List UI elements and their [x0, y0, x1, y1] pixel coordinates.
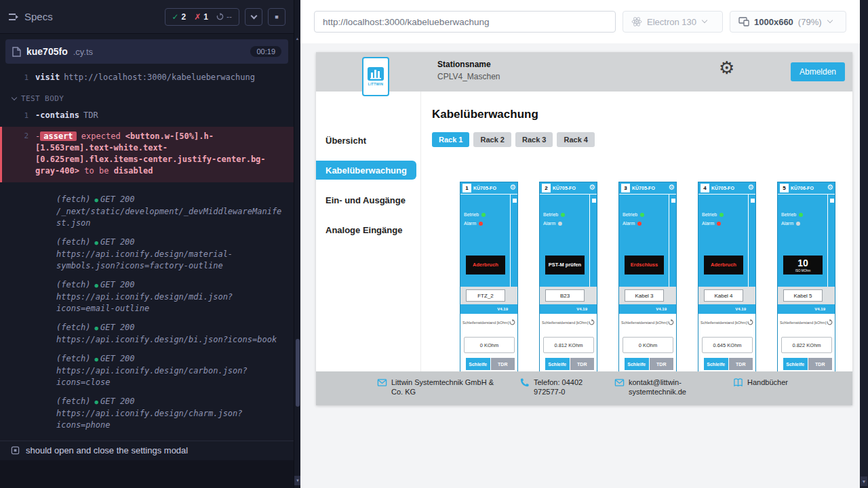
x-icon: ✗ [194, 12, 201, 22]
visit-command-row[interactable]: 1 visithttp://localhost:3000/kabelueberw… [0, 69, 294, 86]
fetch-url: https://api.iconify.design/material-symb… [56, 249, 233, 270]
refresh-icon[interactable] [747, 319, 753, 325]
reporter-scrollbar[interactable]: ▲ ▼ [294, 0, 300, 488]
sidebar-item-label: Ein- und Ausgänge [326, 195, 406, 205]
rack-tab[interactable]: Rack 4 [557, 132, 594, 147]
pending-refresh-icon [216, 13, 224, 20]
browser-selector[interactable]: Electron 130 [623, 11, 723, 33]
firmware-version: V4.19 [576, 307, 587, 311]
refresh-icon[interactable] [509, 319, 515, 325]
rack-tab-label: Rack 3 [522, 136, 546, 144]
card-indicator-chip [830, 199, 834, 203]
status-text: 10 [796, 258, 810, 268]
logo-text: LITTWIN [368, 82, 383, 86]
device-card-header: 2 KÜ705-FO ⚙ [540, 182, 597, 195]
schleife-button[interactable]: Schleife [625, 358, 649, 370]
device-settings-gear-icon[interactable]: ⚙ [747, 184, 754, 191]
assert-state: disabled [114, 166, 153, 176]
next-test-row[interactable]: should open and close the settings modal [0, 441, 294, 460]
fetch-status: GET 200 [100, 323, 135, 332]
cable-name-field[interactable]: FTZ_2 [466, 289, 505, 302]
page-scrollbar[interactable]: ▼ [860, 0, 868, 488]
device-card-header: 5 KÜ706-FO ⚙ [778, 182, 835, 195]
refresh-icon[interactable] [827, 319, 833, 325]
betrieb-status: Betrieb [464, 212, 486, 217]
resistance-label: Schleifenwiderstand [kOhm] [780, 321, 826, 325]
sidebar-item[interactable]: Analoge Eingänge [316, 220, 420, 239]
schleife-button[interactable]: Schleife [466, 358, 490, 370]
command-arg: TDR [83, 110, 98, 120]
device-settings-gear-icon[interactable]: ⚙ [509, 184, 516, 191]
spec-file-name: kue705fo [26, 46, 68, 57]
fetch-log-entry: (fetch)●GET 200 https://api.iconify.desi… [0, 392, 294, 435]
footer-icon [377, 378, 387, 388]
sidebar-item[interactable]: Ein- und Ausgänge [316, 190, 420, 209]
scroll-up-arrow-icon[interactable]: ▲ [294, 37, 300, 41]
tdr-button[interactable]: TDR [729, 358, 753, 370]
resistance-label: Schleifenwiderstand [kOhm] [701, 321, 747, 325]
failed-assert-row[interactable]: 2 -assert expected <button.w-[50%].h-[1.… [0, 127, 294, 182]
refresh-icon[interactable] [589, 319, 595, 325]
url-input[interactable]: http://localhost:3000/kabelueberwachung [314, 11, 616, 33]
schleife-button[interactable]: Schleife [783, 358, 808, 370]
status-display: Aderbruch [466, 256, 505, 274]
footer-icon [733, 378, 743, 388]
rack-tab[interactable]: Rack 3 [515, 132, 553, 147]
resistance-value-field[interactable]: 0.812 KOhm [543, 337, 594, 353]
tdr-button[interactable]: TDR [491, 358, 515, 370]
tdr-button[interactable]: TDR [570, 358, 595, 370]
device-settings-gear-icon[interactable]: ⚙ [589, 184, 595, 191]
card-indicator-chip [751, 199, 755, 203]
rack-tab[interactable]: Rack 1 [432, 132, 469, 147]
firmware-version: V4.19 [735, 307, 746, 311]
resistance-value-field[interactable]: 0 KOhm [464, 337, 515, 353]
resistance-label: Schleifenwiderstand [kOhm] [621, 321, 667, 325]
scrollbar-thumb[interactable] [296, 339, 300, 407]
sidebar-item[interactable]: Übersicht [316, 131, 420, 150]
alarm-status: Alarm [702, 221, 721, 226]
fetch-status: GET 200 [100, 354, 135, 363]
cable-name-field[interactable]: Kabel 5 [783, 289, 823, 302]
contains-command-row[interactable]: 1 -containsTDR [0, 107, 294, 124]
cable-name-field[interactable]: Kabel 4 [704, 289, 743, 302]
firmware-version-row: V4.19 [460, 304, 517, 314]
rack-tab[interactable]: Rack 2 [473, 132, 511, 147]
betrieb-status: Betrieb [702, 212, 724, 217]
alarm-led [558, 222, 562, 226]
tdr-button[interactable]: TDR [808, 358, 833, 370]
test-body-section[interactable]: TEST BODY [0, 86, 294, 107]
specs-menu-button[interactable]: Specs [8, 11, 159, 22]
browser-url-bar: http://localhost:3000/kabelueberwachung … [300, 0, 860, 43]
resistance-value-field[interactable]: 0.645 KOhm [702, 337, 753, 353]
cable-name-band: Kabel 4 [698, 287, 755, 304]
alarm-label: Alarm [623, 221, 635, 226]
alarm-label: Alarm [781, 221, 793, 226]
device-settings-gear-icon[interactable]: ⚙ [827, 184, 833, 191]
assert-to-be: to be [84, 166, 108, 176]
scroll-down-arrow-icon[interactable]: ▼ [861, 476, 867, 486]
status-display: Erdschluss [625, 256, 664, 274]
tdr-button[interactable]: TDR [650, 358, 674, 370]
sidebar-item[interactable]: Kabelüberwachung [316, 161, 416, 180]
device-settings-gear-icon[interactable]: ⚙ [668, 184, 675, 191]
resistance-value-field[interactable]: 0.822 KOhm [781, 337, 832, 353]
refresh-icon[interactable] [668, 319, 674, 325]
alarm-led [637, 222, 642, 226]
stop-button[interactable]: ■ [268, 8, 285, 26]
schleife-button[interactable]: Schleife [704, 358, 728, 370]
logout-button[interactable]: Abmelden [791, 62, 845, 81]
viewport-selector[interactable]: 1000x660 (79%) [730, 11, 846, 33]
cable-name-field[interactable]: B23 [545, 289, 585, 302]
spec-file-row[interactable]: kue705fo.cy.ts 00:19 [5, 39, 288, 64]
betrieb-led [640, 213, 644, 217]
schleife-button[interactable]: Schleife [545, 358, 570, 370]
device-number-badge: 4 [701, 184, 709, 192]
collapse-log-button[interactable] [245, 8, 262, 26]
fetch-label: (fetch) [56, 237, 91, 247]
settings-gear-icon[interactable]: ⚙ [719, 59, 734, 77]
resistance-value-field[interactable]: 0 KOhm [623, 337, 673, 353]
rack-tab-label: Rack 4 [564, 136, 587, 144]
fetch-log-entry: (fetch)●GET 200 /_next/static/developmen… [0, 190, 294, 233]
betrieb-status: Betrieb [623, 212, 644, 217]
cable-name-field[interactable]: Kabel 3 [625, 289, 664, 302]
